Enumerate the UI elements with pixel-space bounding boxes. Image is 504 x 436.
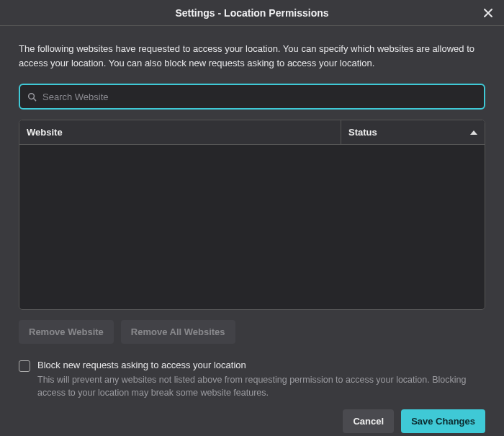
- close-button[interactable]: [480, 4, 497, 22]
- block-new-requests-label[interactable]: Block new requests asking to access your…: [37, 360, 246, 370]
- remove-all-websites-button[interactable]: Remove All Websites: [121, 320, 235, 344]
- search-input[interactable]: [42, 92, 477, 102]
- block-new-requests-help: This will prevent any websites not liste…: [37, 374, 485, 399]
- cancel-button[interactable]: Cancel: [343, 409, 394, 433]
- table-header: Website Status: [19, 120, 485, 145]
- column-website-label: Website: [27, 127, 63, 138]
- save-button[interactable]: Save Changes: [401, 409, 485, 433]
- titlebar: Settings - Location Permissions: [0, 0, 504, 26]
- search-field-wrap[interactable]: [19, 84, 485, 110]
- dialog-title: Settings - Location Permissions: [175, 7, 328, 19]
- description-text: The following websites have requested to…: [19, 42, 485, 71]
- column-status[interactable]: Status: [341, 120, 485, 144]
- websites-table: Website Status: [19, 120, 485, 310]
- remove-website-button[interactable]: Remove Website: [19, 320, 114, 344]
- column-website[interactable]: Website: [19, 127, 341, 138]
- close-icon: [483, 8, 493, 18]
- column-status-label: Status: [348, 127, 377, 138]
- search-icon: [27, 92, 37, 102]
- sort-ascending-icon: [470, 130, 477, 135]
- svg-line-3: [34, 98, 36, 100]
- block-new-requests-checkbox[interactable]: [19, 360, 30, 372]
